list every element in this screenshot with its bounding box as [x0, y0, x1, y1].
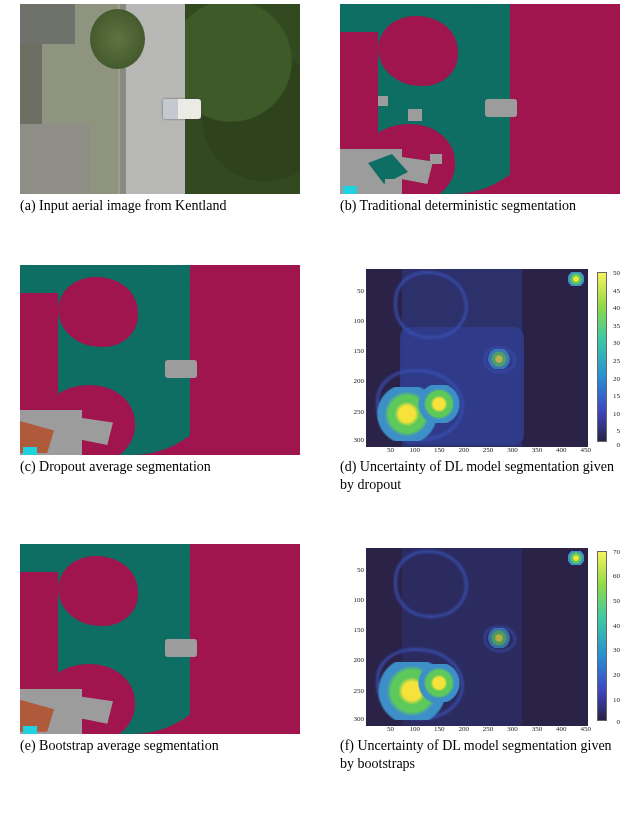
- x-tick: 300: [507, 446, 518, 454]
- cbar-tick: 70: [613, 548, 620, 556]
- colorbar-ticks-f: 70 60 50 40 30 20 10 0: [608, 548, 620, 724]
- x-tick: 150: [434, 725, 445, 733]
- cbar-tick: 60: [613, 572, 620, 580]
- cbar-tick: 50: [613, 269, 620, 277]
- y-tick: 250: [346, 687, 364, 695]
- x-axis-ticks-f: 50 100 150 200 250 300 350 400 450: [366, 725, 588, 734]
- panel-a: (a) Input aerial image from Kentland: [10, 4, 310, 215]
- x-tick: 450: [581, 725, 592, 733]
- cbar-tick: 20: [613, 375, 620, 383]
- cbar-tick: 30: [613, 646, 620, 654]
- cbar-tick: 0: [617, 441, 621, 449]
- y-tick: 300: [346, 715, 364, 723]
- caption-b: (b) Traditional deterministic segmentati…: [340, 197, 620, 215]
- cbar-tick: 50: [613, 597, 620, 605]
- x-tick: 400: [556, 725, 567, 733]
- x-tick: 100: [410, 446, 421, 454]
- uncertainty-bootstrap: 50 100 150 200 250 300 50 100 150 200 25…: [340, 544, 620, 734]
- panel-d: 50 100 150 200 250 300 50 100 150 200 25…: [330, 265, 630, 494]
- panel-c: (c) Dropout average segmentation: [10, 265, 310, 494]
- uncertainty-dropout: 50 100 150 200 250 300 50 100 150 200 25…: [340, 265, 620, 455]
- caption-e: (e) Bootstrap average segmentation: [20, 737, 300, 755]
- x-tick: 50: [387, 446, 394, 454]
- cbar-tick: 40: [613, 304, 620, 312]
- x-tick: 150: [434, 446, 445, 454]
- x-tick: 350: [532, 446, 543, 454]
- x-tick: 250: [483, 725, 494, 733]
- y-tick: 200: [346, 656, 364, 664]
- x-tick: 200: [458, 725, 469, 733]
- y-axis-ticks-d: 50 100 150 200 250 300: [346, 269, 364, 447]
- cbar-tick: 40: [613, 622, 620, 630]
- y-tick: 100: [346, 596, 364, 604]
- caption-d: (d) Uncertainty of DL model segmentation…: [340, 458, 620, 494]
- cbar-tick: 10: [613, 410, 620, 418]
- x-tick: 250: [483, 446, 494, 454]
- cbar-tick: 25: [613, 357, 620, 365]
- cbar-tick: 5: [617, 427, 621, 435]
- cbar-tick: 35: [613, 322, 620, 330]
- segmentation-bootstrap: [20, 544, 300, 734]
- colorbar-d: [598, 273, 606, 441]
- segmentation-deterministic: [340, 4, 620, 194]
- y-tick: 200: [346, 377, 364, 385]
- segmentation-dropout: [20, 265, 300, 455]
- caption-c: (c) Dropout average segmentation: [20, 458, 300, 476]
- figure-grid: (a) Input aerial image from Kentland (b)…: [0, 0, 640, 791]
- panel-e: (e) Bootstrap average segmentation: [10, 544, 310, 773]
- y-tick: 50: [346, 566, 364, 574]
- x-tick: 200: [458, 446, 469, 454]
- panel-b: (b) Traditional deterministic segmentati…: [330, 4, 630, 215]
- x-tick: 400: [556, 446, 567, 454]
- cbar-tick: 15: [613, 392, 620, 400]
- y-tick: 50: [346, 287, 364, 295]
- x-tick: 100: [410, 725, 421, 733]
- y-tick: 100: [346, 317, 364, 325]
- x-axis-ticks-d: 50 100 150 200 250 300 350 400 450: [366, 446, 588, 455]
- y-tick: 250: [346, 408, 364, 416]
- colorbar-ticks-d: 50 45 40 35 30 25 20 15 10 5 0: [608, 269, 620, 445]
- cbar-tick: 20: [613, 671, 620, 679]
- colorbar-f: [598, 552, 606, 720]
- x-tick: 450: [581, 446, 592, 454]
- panel-f: 50 100 150 200 250 300 50 100 150 200 25…: [330, 544, 630, 773]
- x-tick: 50: [387, 725, 394, 733]
- y-tick: 150: [346, 626, 364, 634]
- cbar-tick: 0: [617, 718, 621, 726]
- cbar-tick: 30: [613, 339, 620, 347]
- caption-a: (a) Input aerial image from Kentland: [20, 197, 300, 215]
- y-tick: 150: [346, 347, 364, 355]
- y-axis-ticks-f: 50 100 150 200 250 300: [346, 548, 364, 726]
- cbar-tick: 10: [613, 696, 620, 704]
- cbar-tick: 45: [613, 287, 620, 295]
- x-tick: 300: [507, 725, 518, 733]
- aerial-photo: [20, 4, 300, 194]
- y-tick: 300: [346, 436, 364, 444]
- caption-f: (f) Uncertainty of DL model segmentation…: [340, 737, 620, 773]
- x-tick: 350: [532, 725, 543, 733]
